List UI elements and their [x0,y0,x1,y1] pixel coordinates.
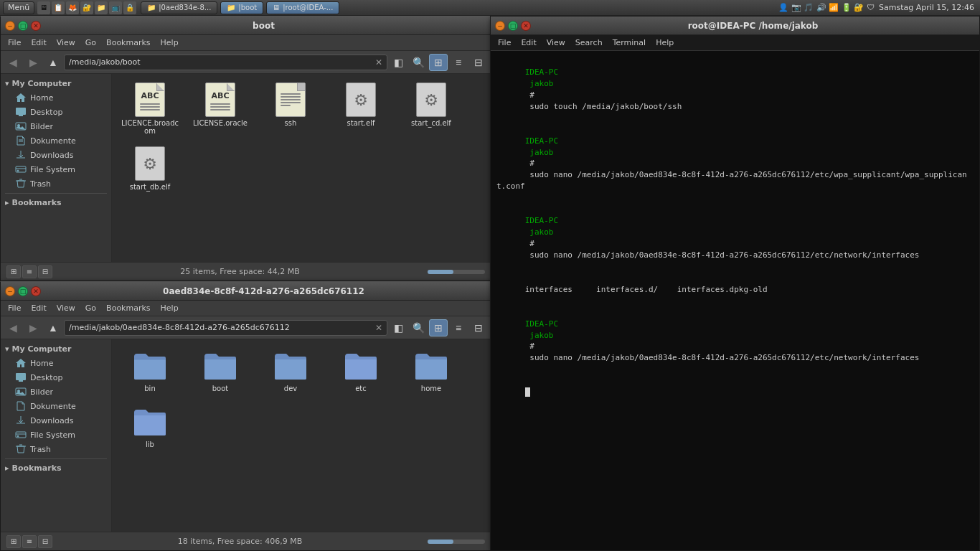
taskbar-app-icon-5[interactable]: 📁 [95,1,108,14]
maximize-button-boot[interactable]: □ [18,21,28,31]
sidebar-trash-boot[interactable]: Trash [1,176,111,191]
menu-edit-uuid[interactable]: Edit [27,302,50,314]
sidebar-dokumente-uuid[interactable]: Dokumente [1,399,111,413]
taskbar-app-icon-1[interactable]: 🖥 [37,1,50,14]
sidebar-downloads-boot[interactable]: Downloads [1,148,111,162]
file-item-bin[interactable]: bin [118,345,182,395]
up-button-uuid[interactable]: ▲ [44,319,62,336]
term-menu-edit[interactable]: Edit [517,37,540,49]
file-item-startcdelf[interactable]: ⚙ start_cd.elf [399,80,463,138]
address-bar-boot[interactable]: /media/jakob/boot ✕ [64,55,387,70]
menu-help-boot[interactable]: Help [156,37,183,49]
menu-file-boot[interactable]: File [4,37,25,49]
sidebar-home-boot[interactable]: Home [1,90,111,105]
close-button-boot[interactable]: ✕ [31,21,41,31]
terminal-window: − □ ✕ root@IDEA-PC /home/jakob File Edit… [490,16,980,551]
zoom-bar-boot[interactable] [428,270,485,274]
sidebar-dokumente-boot[interactable]: Dokumente [1,133,111,148]
folder-svg-home [414,349,448,381]
sidebar-trash-uuid[interactable]: Trash [1,442,111,456]
term-menu-help[interactable]: Help [651,37,678,49]
taskbar-window-fm1[interactable]: 📁 |0aed834e-8... [141,1,217,14]
my-computer-header-uuid[interactable]: ▾ My Computer [1,342,111,356]
file-item-startdbelf[interactable]: ⚙ start_db.elf [118,143,182,194]
menu-go-uuid[interactable]: Go [81,302,100,314]
term-menu-search[interactable]: Search [571,37,607,49]
menu-go-boot[interactable]: Go [81,37,100,49]
address-clear-uuid[interactable]: ✕ [375,323,382,333]
term-menu-file[interactable]: File [494,37,515,49]
statusbar-view-btn1-uuid[interactable]: ⊞ [6,535,21,548]
forward-button-boot[interactable]: ▶ [24,54,42,71]
close-button-uuid[interactable]: ✕ [31,286,41,296]
sidebar-filesystem-uuid[interactable]: File System [1,428,111,442]
statusbar-view-btn1-boot[interactable]: ⊞ [6,265,21,278]
back-button-boot[interactable]: ◀ [4,54,22,71]
maximize-button-term[interactable]: □ [508,21,518,31]
menu-file-uuid[interactable]: File [4,302,25,314]
menu-view-boot[interactable]: View [52,37,80,49]
detail-view-boot[interactable]: ⊟ [469,54,488,71]
term-menu-view[interactable]: View [542,37,570,49]
sidebar-filesystem-boot[interactable]: File System [1,162,111,176]
search-button-uuid[interactable]: 🔍 [409,319,428,336]
file-item-home[interactable]: home [399,345,463,395]
list-view-uuid[interactable]: ≡ [449,319,468,336]
address-bar-uuid[interactable]: /media/jakob/0aed834e-8c8f-412d-a276-a26… [64,320,387,336]
statusbar-view-btn3-boot[interactable]: ⊟ [38,265,52,278]
close-button-term[interactable]: ✕ [521,21,531,31]
grid-view-uuid[interactable]: ⊞ [429,319,448,336]
menu-bookmarks-boot[interactable]: Bookmarks [102,37,154,49]
menu-edit-boot[interactable]: Edit [27,37,50,49]
statusbar-view-btn3-uuid[interactable]: ⊟ [38,535,52,548]
menu-bookmarks-uuid[interactable]: Bookmarks [102,302,154,314]
term-menu-terminal[interactable]: Terminal [608,37,651,49]
file-item-licence-broadcom[interactable]: ABC LICENCE.broadcom [118,80,182,138]
up-button-boot[interactable]: ▲ [44,54,62,71]
file-item-license-oracle[interactable]: ABC LICENSE.oracle [188,80,253,138]
taskbar-app-icon-4[interactable]: 🔐 [80,1,93,14]
file-item-startelf[interactable]: ⚙ start.elf [329,80,393,138]
minimize-button-term[interactable]: − [495,21,505,31]
sidebar-downloads-uuid[interactable]: Downloads [1,413,111,428]
minimize-button-uuid[interactable]: − [5,286,15,296]
taskbar-app-icon-7[interactable]: 🔒 [123,1,136,14]
sidebar-desktop-uuid[interactable]: Desktop [1,370,111,385]
statusbar-view-btn2-boot[interactable]: ≡ [22,265,37,278]
file-item-boot[interactable]: boot [188,345,253,395]
terminal-content[interactable]: IDEA-PC jakob # sudo touch /media/jakob/… [491,51,979,550]
taskbar-window-fm2[interactable]: 📁 |boot [220,1,263,14]
sidebar-bilder-uuid[interactable]: Bilder [1,385,111,399]
taskbar-app-icon-6[interactable]: 📺 [109,1,122,14]
zoom-bar-uuid[interactable] [428,540,485,544]
sidebar-bilder-boot[interactable]: Bilder [1,119,111,133]
my-computer-header-boot[interactable]: ▾ My Computer [1,77,111,90]
file-item-lib[interactable]: lib [118,401,182,451]
toggle-panel-uuid[interactable]: ◧ [389,319,407,336]
sidebar-home-uuid[interactable]: Home [1,356,111,370]
menu-button[interactable]: Menü [3,1,34,14]
term-cmd-3: sudo nano /media/jakob/0aed834e-8c8f-412… [525,250,920,260]
file-item-ssh[interactable]: ssh [258,80,323,138]
address-clear-boot[interactable]: ✕ [375,57,382,67]
menu-help-uuid[interactable]: Help [156,302,183,314]
detail-view-uuid[interactable]: ⊟ [469,319,488,336]
toggle-panel-boot[interactable]: ◧ [389,54,407,71]
statusbar-view-btn2-uuid[interactable]: ≡ [22,535,37,548]
sidebar-desktop-boot[interactable]: Desktop [1,105,111,119]
search-button-boot[interactable]: 🔍 [409,54,428,71]
bookmarks-header-uuid[interactable]: ▸ Bookmarks [1,461,111,475]
maximize-button-uuid[interactable]: □ [18,286,28,296]
minimize-button-boot[interactable]: − [5,21,15,31]
taskbar-app-icon-3[interactable]: 🦊 [66,1,79,14]
taskbar-app-icon-2[interactable]: 📋 [52,1,65,14]
grid-view-boot[interactable]: ⊞ [429,54,448,71]
forward-button-uuid[interactable]: ▶ [24,319,42,336]
menu-view-uuid[interactable]: View [52,302,80,314]
taskbar-window-term[interactable]: 🖥 |root@IDEA-... [266,1,339,14]
list-view-boot[interactable]: ≡ [449,54,468,71]
file-item-dev[interactable]: dev [258,345,323,395]
back-button-uuid[interactable]: ◀ [4,319,22,336]
bookmarks-header-boot[interactable]: ▸ Bookmarks [1,196,111,209]
file-item-etc[interactable]: etc [329,345,393,395]
